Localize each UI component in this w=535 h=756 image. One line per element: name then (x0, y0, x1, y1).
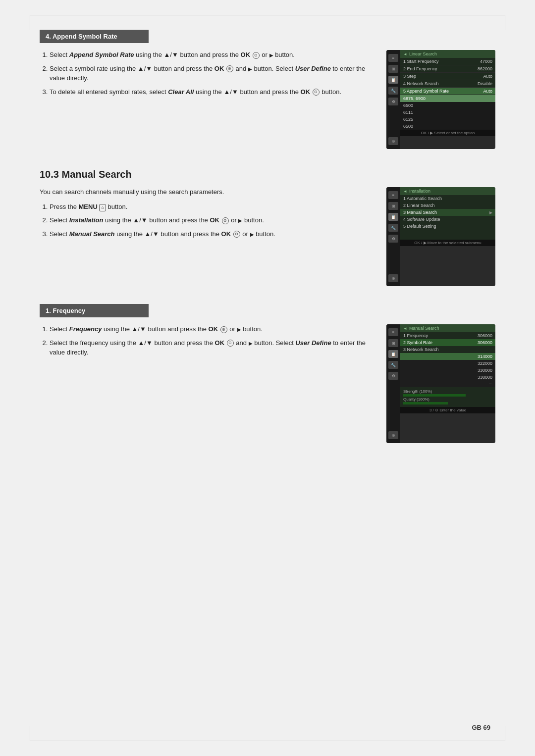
tv-quality-label: Quality (100%) (403, 397, 492, 402)
border-bottom (30, 741, 505, 741)
tv-menu-end-freq: 2 End Frequency862000 (400, 65, 495, 73)
tv-install-linear-search: 2 Linear Search (400, 202, 495, 209)
ok-icon-3: ⊙ (313, 89, 320, 96)
tv-install-software-update: 4 Software Update (400, 216, 495, 223)
ok-icon-1: ⊙ (253, 52, 260, 59)
tv-main-install: Installation 1 Automatic Search 2 Linear… (400, 187, 495, 246)
tv-main-freq: Manual Search 1 Frequency306000 2 Symbol… (400, 324, 495, 413)
arrow-icon-manual-3: ▶ (250, 231, 254, 238)
arrow-icon-2: ▶ (248, 65, 252, 73)
tv-title-freq: Manual Search (400, 324, 495, 332)
ok-icon-manual-3: ⊙ (233, 231, 240, 238)
tv-icon-1: ≡ (388, 54, 398, 62)
append-step-1: Select Append Symbol Rate using the ▲/▼ … (50, 50, 372, 60)
tv-icon-inst-3: 📋 (388, 213, 398, 221)
tv-icon-4: 🔧 (388, 87, 398, 95)
tv-footer-freq: 3 / ⊙ Enter the value (400, 407, 495, 413)
manual-step-2: Select Installation using the ▲/▼ button… (50, 215, 372, 225)
border-right-top (505, 15, 505, 30)
section-append-symbol-rate: 4. Append Symbol Rate Select Append Symb… (40, 30, 495, 149)
manual-intro: You can search channels manually using t… (40, 187, 372, 197)
tv-ms-dropdown-item-1: 314000 (400, 353, 495, 360)
tv-dropdown-symbol-rates: 6875, 6900 6500 6111 6125 6500 (400, 95, 495, 130)
frequency-step-1: Select Frequency using the ▲/▼ button an… (50, 324, 372, 334)
tv-icon-inst-4: 🔧 (388, 224, 398, 232)
append-text-content: Select Append Symbol Rate using the ▲/▼ … (40, 50, 372, 101)
ok-icon-manual-2: ⊙ (222, 217, 229, 224)
append-step-3: To delete all entered symbol rates, sele… (50, 87, 372, 97)
manual-steps-list: Press the MENU ⌂ button. Select Installa… (40, 202, 372, 239)
frequency-content: Select Frequency using the ▲/▼ button an… (40, 324, 495, 443)
tv-title-install: Installation (400, 187, 495, 195)
append-steps-list: Select Append Symbol Rate using the ▲/▼ … (40, 50, 372, 97)
tv-menu-start-freq: 1 Start Frequency47000 (400, 58, 495, 65)
section-header-frequency: 1. Frequency (40, 304, 149, 317)
tv-icon-inst-5: ⚙ (388, 235, 398, 243)
border-right-bottom (505, 726, 505, 741)
tv-screen-frequency: ≡ ⊞ 📋 🔧 ⚙ ⊙ Manual Search 1 Frequency306… (386, 324, 495, 443)
tv-screen-installation: ≡ ⊞ 📋 🔧 ⚙ ⊙ Installation 1 Automatic Sea… (386, 187, 495, 286)
menu-icon: ⌂ (99, 204, 106, 212)
section-frequency: 1. Frequency Select Frequency using the … (40, 304, 495, 443)
tv-dropdown-item-2: 6500 (400, 102, 495, 109)
tv-icon-2: ⊞ (388, 65, 398, 73)
tv-ms-frequency: 1 Frequency306000 (400, 332, 495, 339)
tv-icon-3: 📋 (388, 76, 398, 84)
tv-ms-dropdown-freq: 314000 322000 330000 338000 ··· (400, 353, 495, 387)
tv-ms-symbol-rate: 2 Symbol Rate306000 (400, 339, 495, 346)
manual-step-1: Press the MENU ⌂ button. (50, 202, 372, 212)
arrow-icon-freq-1: ▶ (237, 326, 241, 333)
border-left-top (30, 15, 30, 30)
tv-install-default-setting: 5 Default Setting (400, 223, 495, 230)
tv-sidebar-freq: ≡ ⊞ 📋 🔧 ⚙ ⊙ (386, 324, 400, 443)
tv-sidebar-install: ≡ ⊞ 📋 🔧 ⚙ ⊙ (386, 187, 400, 286)
tv-icon-freq-4: 🔧 (388, 361, 398, 369)
tv-strength-label: Strength (100%) (403, 389, 492, 394)
frequency-text-content: Select Frequency using the ▲/▼ button an… (40, 324, 372, 361)
tv-ms-network-search: 3 Network Search (400, 346, 495, 353)
tv-footer-install: OK / ▶ Move to the selected submenu (400, 240, 495, 246)
tv-title-append: Linear Search (400, 50, 495, 58)
manual-search-content: You can search channels manually using t… (40, 187, 495, 286)
ok-icon-freq-2: ⊙ (227, 340, 234, 347)
arrow-icon-1: ▶ (269, 51, 273, 59)
arrow-icon-freq-2: ▶ (249, 340, 253, 347)
tv-icon-freq-1: ≡ (388, 328, 398, 336)
tv-menu-step: 3 StepAuto (400, 73, 495, 80)
tv-ms-dropdown-item-3: 330000 (400, 367, 495, 374)
ok-icon-freq-1: ⊙ (220, 326, 227, 333)
tv-icon-freq-2: ⊞ (388, 339, 398, 347)
tv-spacer-install (400, 230, 495, 240)
frequency-step-2: Select the frequency using the ▲/▼ butto… (50, 338, 372, 357)
page-number: GB 69 (472, 724, 490, 731)
tv-icon-inst-6: ⊙ (388, 274, 398, 282)
tv-install-automatic-search: 1 Automatic Search (400, 195, 495, 202)
tv-ms-dropdown-item-4: 338000 (400, 374, 495, 381)
tv-icon-inst-2: ⊞ (388, 202, 398, 210)
tv-icon-freq-5: ⚙ (388, 372, 398, 380)
section-append-content: Select Append Symbol Rate using the ▲/▼ … (40, 50, 495, 149)
tv-footer-append: OK / ▶ Select or set the option (400, 130, 495, 136)
tv-sidebar-append: ≡ ⊞ 📋 🔧 ⚙ ⊙ (386, 50, 400, 149)
tv-icon-inst-1: ≡ (388, 191, 398, 199)
tv-strength-bar (403, 394, 466, 397)
tv-main-append: Linear Search 1 Start Frequency47000 2 E… (400, 50, 495, 136)
frequency-steps-list: Select Frequency using the ▲/▼ button an… (40, 324, 372, 357)
append-step-2: Select a symbol rate using the ▲/▼ butto… (50, 64, 372, 83)
tv-icon-5: ⚙ (388, 98, 398, 105)
chapter-title-manual: 10.3 Manual Search (40, 169, 495, 180)
tv-dropdown-item-3: 6111 (400, 109, 495, 116)
tv-quality-bar (403, 402, 448, 404)
append-step1-bold: Append Symbol Rate (69, 51, 134, 58)
section-header-append: 4. Append Symbol Rate (40, 30, 149, 43)
arrow-icon-manual-2: ▶ (238, 217, 242, 224)
tv-menu-network-search: 4 Network SearchDisable (400, 80, 495, 88)
tv-install-manual-search: 3 Manual Search▶ (400, 209, 495, 216)
tv-dropdown-item-4: 6125 (400, 116, 495, 123)
tv-screen-append: ≡ ⊞ 📋 🔧 ⚙ ⊙ Linear Search 1 Start Freque… (386, 50, 495, 149)
tv-ms-dropdown-item-2: 322000 (400, 360, 495, 367)
manual-step-3: Select Manual Search using the ▲/▼ butto… (50, 229, 372, 239)
border-left-bottom (30, 726, 30, 741)
section-manual-search: 10.3 Manual Search You can search channe… (40, 169, 495, 286)
tv-menu-append-symbol-rate: 5 Append Symbol RateAuto (400, 88, 495, 95)
